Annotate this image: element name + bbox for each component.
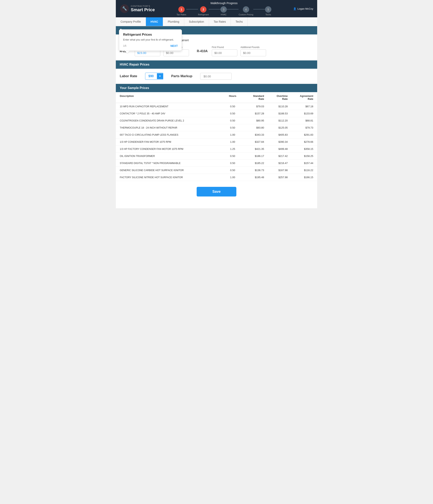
step-5-circle: 5 <box>265 6 271 13</box>
cell-description: OIL IGNITION TRANSFORMER <box>120 155 225 158</box>
cell-standard-rate: $93.80 <box>241 126 264 129</box>
tab-plumbing[interactable]: Plumbing <box>163 17 184 26</box>
app-header: 🔧 CONTRACTOR'S Smart Price Walkthrough P… <box>116 0 317 17</box>
cell-description: GENERIC SILICONE CARBIDE HOT SURFACE IGN… <box>120 169 225 172</box>
cell-hours: 0.50 <box>225 169 241 172</box>
cell-agreement-rate: $68.81 <box>288 119 313 122</box>
step-1-label: Tax Rates <box>177 13 186 16</box>
cell-overtime-rate: $499.48 <box>264 147 288 150</box>
cell-hours: 0.50 <box>225 119 241 122</box>
cell-standard-rate: $79.03 <box>241 105 264 108</box>
cell-agreement-rate: $67.18 <box>288 105 313 108</box>
parts-markup-label: Parts Markup <box>171 74 192 78</box>
col-header-agreement: AgreementRate <box>288 94 313 100</box>
cell-overtime-rate: $167.98 <box>264 169 288 172</box>
step-5-label: Techs <box>266 13 271 16</box>
user-name: Logan McCoy <box>297 7 313 10</box>
cell-standard-rate: $80.95 <box>241 119 264 122</box>
r410a-additional-group: Additional Pounds <box>241 46 266 56</box>
cell-standard-rate: $157.28 <box>241 112 264 115</box>
cell-overtime-rate: $217.42 <box>264 154 288 158</box>
svg-text:🔧: 🔧 <box>122 6 127 11</box>
step-1-circle: 1 <box>178 6 185 13</box>
step-2-circle: 2 <box>200 6 207 13</box>
step-4: 4 Custom Pricing <box>239 6 253 16</box>
cell-agreement-rate: $116.22 <box>288 169 313 172</box>
steps-row: 1 Tax Rates 2 Refrigerant 3 HVAC 4 Custo… <box>155 6 293 16</box>
cell-overtime-rate: $110.28 <box>264 105 288 108</box>
r410a-additional-label: Additional Pounds <box>241 46 266 49</box>
labor-section: Labor Rate $90 ▼ Parts Markup <box>116 69 317 84</box>
cell-description: CO2/NITROGEN CONDENSATE DRAIN PURGE LEVE… <box>120 119 225 122</box>
step-line-4 <box>253 9 265 9</box>
tab-company-profile[interactable]: Company Profile <box>116 17 146 26</box>
tooltip-box: Refrigerant Prices Enter what you sell y… <box>119 29 182 51</box>
tooltip-arrow <box>125 51 130 53</box>
logo-icon: 🔧 <box>120 4 129 13</box>
cell-standard-rate: $421.35 <box>241 147 264 150</box>
tooltip-footer: 1/5 NEXT <box>123 44 178 47</box>
step-4-label: Custom Pricing <box>239 13 253 16</box>
step-4-circle: 4 <box>243 6 249 13</box>
col-header-description: Description <box>120 94 225 100</box>
cell-hours: 0.50 <box>225 105 241 108</box>
step-line-3 <box>227 9 239 9</box>
walkthrough-progress: Walkthrough Progress 1 Tax Rates 2 Refri… <box>155 1 293 16</box>
cell-description: STANDARD DIGITAL TSTAT * NON PROGRAMMABL… <box>120 162 225 165</box>
step-2-label: Refrigerant <box>198 13 209 16</box>
step-line-1 <box>186 9 198 9</box>
cell-hours: 0.50 <box>225 112 241 115</box>
cell-hours: 0.50 <box>225 154 241 158</box>
hvac-repair-title: HVAC Repair Prices <box>120 63 149 66</box>
logo-contractor: CONTRACTOR'S <box>131 5 155 7</box>
cell-standard-rate: $327.84 <box>241 140 264 143</box>
labor-rate-label: Labor Rate <box>120 74 137 78</box>
cell-description: 1/3 HP CONDENSER FAN MOTOR 1075 RPM <box>120 141 225 143</box>
cell-hours: 0.50 <box>225 126 241 129</box>
cell-agreement-rate: $291.83 <box>288 133 313 136</box>
table-row: OIL IGNITION TRANSFORMER 0.50 $186.17 $2… <box>116 153 317 160</box>
step-3-label: HVAC <box>221 13 227 16</box>
cell-agreement-rate: $157.44 <box>288 162 313 165</box>
cell-standard-rate: $136.73 <box>241 169 264 172</box>
save-area: Save <box>116 181 317 202</box>
tooltip-step: 1/5 <box>123 45 126 47</box>
table-row: FACTORY SILICONE NITRIDE HOT SURFACE IGN… <box>116 174 317 181</box>
refrigerant-r410a: R-410A First Pound Additional Pounds <box>197 46 266 56</box>
cell-hours: 1.25 <box>225 147 241 150</box>
cell-description: FACTORY SILICONE NITRIDE HOT SURFACE IGN… <box>120 176 225 179</box>
tooltip-next-button[interactable]: NEXT <box>171 44 178 47</box>
tab-tax-rates[interactable]: Tax Rates <box>209 17 231 26</box>
cell-overtime-rate: $216.47 <box>264 162 288 165</box>
labor-rate-value: $90 <box>145 73 157 80</box>
step-3-circle: 3 <box>220 6 227 13</box>
r410a-first-pound-input[interactable] <box>212 49 237 56</box>
cell-hours: 1.00 <box>225 140 241 143</box>
cell-overtime-rate: $405.83 <box>264 133 288 136</box>
cell-hours: 1.00 <box>225 176 241 179</box>
logo-smart-price: Smart Price <box>131 7 155 12</box>
parts-markup-input[interactable] <box>200 73 232 80</box>
r410a-additional-input[interactable] <box>241 49 266 56</box>
col-header-overtime: OvertimeRate <box>264 94 288 100</box>
cell-hours: 0.50 <box>225 162 241 165</box>
cell-description: 007 TACO CI CIRCULATING PUMP LESS FLANGE… <box>120 134 225 136</box>
table-row: GENERIC SILICONE CARBIDE HOT SURFACE IGN… <box>116 167 317 174</box>
cell-agreement-rate: $158.25 <box>288 154 313 158</box>
col-header-standard: StandardRate <box>241 94 264 100</box>
tab-techs[interactable]: Techs <box>231 17 248 26</box>
tab-hvac[interactable]: HVAC <box>146 17 163 26</box>
user-icon: 👤 <box>293 7 296 10</box>
labor-rate-select[interactable]: $90 ▼ <box>145 73 163 80</box>
cell-agreement-rate: $358.15 <box>288 147 313 150</box>
tab-subscription[interactable]: Subscription <box>184 17 209 26</box>
cell-agreement-rate: $278.66 <box>288 140 313 143</box>
save-button[interactable]: Save <box>197 187 236 197</box>
labor-rate-dropdown-arrow[interactable]: ▼ <box>157 73 163 79</box>
cell-overtime-rate: $112.20 <box>264 119 288 122</box>
table-row: CONTACTOR * 2 POLE 35 - 40 AMP 24V 0.50 … <box>116 110 317 117</box>
cell-agreement-rate: $133.69 <box>288 112 313 115</box>
col-header-hours: Hours <box>225 94 241 100</box>
cell-description: CONTACTOR * 2 POLE 35 - 40 AMP 24V <box>120 112 225 115</box>
cell-overtime-rate: $125.05 <box>264 126 288 129</box>
